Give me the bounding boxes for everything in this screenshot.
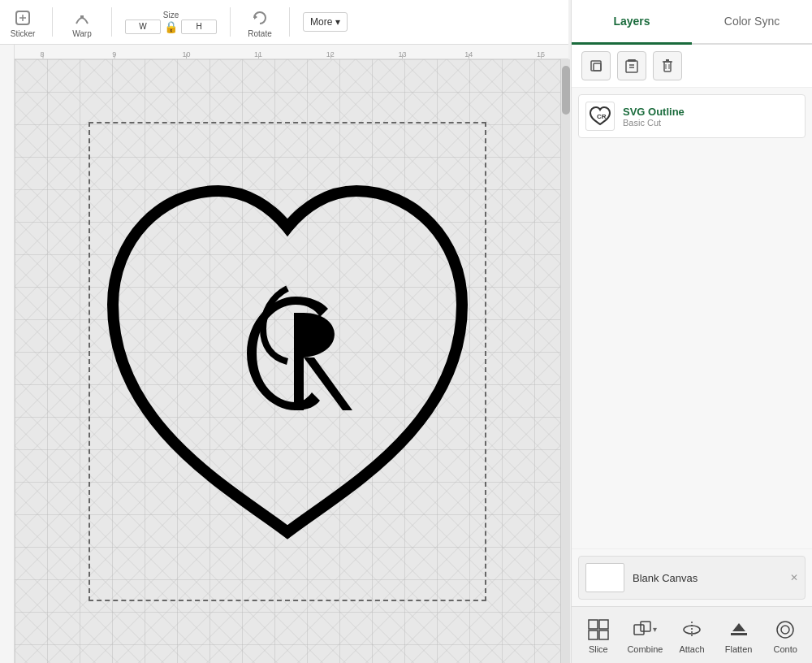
rotate-label: Rotate	[248, 29, 271, 38]
more-arrow: ▾	[335, 16, 340, 28]
copy-icon	[588, 58, 604, 74]
svg-rect-16	[589, 620, 598, 629]
combine-label: Combine	[627, 644, 663, 654]
ruler-mark-10: 10	[182, 50, 190, 58]
flatten-icon	[726, 617, 752, 643]
canvas-area[interactable]	[15, 59, 560, 663]
svg-rect-18	[589, 630, 598, 639]
ruler-mark-14: 14	[464, 50, 473, 58]
layer-item-svg-outline[interactable]: CR SVG Outline Basic Cut	[578, 94, 806, 138]
ruler-mark-15: 15	[537, 50, 545, 58]
height-input[interactable]	[181, 20, 217, 34]
svg-rect-24	[731, 633, 747, 635]
main-toolbar: Sticker Warp Size 🔒 Rotate More ▾	[0, 0, 568, 45]
layer-name: SVG Outline	[623, 106, 798, 118]
svg-point-26	[777, 622, 793, 638]
paste-icon	[624, 58, 640, 74]
svg-marker-25	[732, 623, 745, 631]
blank-canvas-label: Blank Canvas	[633, 572, 698, 584]
panel-toolbar	[572, 45, 812, 88]
ruler-mark-12: 12	[326, 50, 335, 58]
width-input[interactable]	[125, 20, 161, 34]
copy-layer-button[interactable]	[581, 51, 611, 80]
svg-rect-1	[80, 15, 84, 19]
more-label: More	[310, 16, 332, 28]
svg-text:CR: CR	[597, 113, 607, 120]
rotate-tool[interactable]: Rotate	[244, 6, 276, 38]
scroll-thumb[interactable]	[562, 66, 570, 115]
sticker-label: Sticker	[11, 29, 36, 38]
right-panel: Layers Color Sync	[571, 0, 812, 663]
paste-layer-button[interactable]	[617, 51, 646, 80]
delete-layer-button[interactable]	[653, 51, 682, 80]
svg-rect-4	[591, 61, 601, 71]
combine-icon: ▾	[632, 617, 658, 643]
contour-label: Conto	[773, 644, 797, 654]
sticker-tool[interactable]: Sticker	[6, 6, 39, 38]
svg-rect-17	[599, 620, 608, 629]
combine-arrow: ▾	[653, 625, 657, 634]
svg-point-27	[781, 626, 789, 634]
attach-label: Attach	[679, 644, 704, 654]
blank-canvas-item[interactable]: Blank Canvas ✕	[578, 556, 806, 600]
svg-rect-5	[594, 63, 601, 71]
layer-thumbnail: CR	[585, 102, 615, 131]
svg-marker-2	[254, 15, 257, 20]
attach-icon	[679, 617, 705, 643]
bottom-action-bar: Slice ▾ Combine Attach	[572, 606, 812, 663]
svg-rect-7	[626, 61, 637, 72]
more-button[interactable]: More ▾	[303, 12, 348, 32]
sticker-icon	[11, 6, 34, 29]
tab-color-sync[interactable]: Color Sync	[692, 0, 812, 45]
panel-tabs: Layers Color Sync	[572, 0, 812, 45]
ruler-mark-8: 8	[41, 50, 45, 58]
lock-icon[interactable]: 🔒	[164, 20, 178, 33]
delete-icon	[659, 58, 676, 74]
ruler-mark-11: 11	[254, 50, 262, 58]
warp-icon	[71, 6, 93, 29]
warp-label: Warp	[72, 29, 92, 38]
divider-4	[289, 7, 290, 37]
flatten-action[interactable]: Flatten	[719, 617, 759, 654]
design-svg[interactable]	[89, 134, 486, 589]
ruler-top: 8 9 10 11 12 13 14 15	[15, 45, 568, 59]
ruler-mark-13: 13	[398, 50, 406, 58]
divider-3	[230, 7, 231, 37]
ruler-left	[0, 45, 15, 663]
layer-type: Basic Cut	[623, 118, 798, 128]
tab-layers[interactable]: Layers	[572, 0, 692, 45]
slice-action[interactable]: Slice	[578, 617, 619, 654]
ruler-mark-9: 9	[112, 50, 116, 58]
svg-rect-10	[664, 62, 671, 72]
contour-icon	[772, 617, 798, 643]
slice-icon	[585, 617, 611, 643]
size-control: Size 🔒	[125, 11, 217, 34]
divider-2	[111, 7, 112, 37]
combine-action[interactable]: ▾ Combine	[624, 617, 665, 654]
svg-rect-3	[294, 313, 304, 410]
svg-rect-19	[599, 630, 608, 639]
divider-1	[52, 7, 53, 37]
layers-list: CR SVG Outline Basic Cut	[572, 88, 812, 548]
layer-info: SVG Outline Basic Cut	[623, 106, 798, 128]
warp-tool[interactable]: Warp	[66, 6, 98, 38]
blank-canvas-close[interactable]: ✕	[790, 572, 798, 583]
svg-rect-20	[634, 625, 644, 635]
slice-label: Slice	[589, 644, 608, 654]
flatten-label: Flatten	[725, 644, 753, 654]
rotate-icon	[248, 6, 271, 29]
size-label: Size	[163, 11, 179, 20]
attach-action[interactable]: Attach	[672, 617, 712, 654]
contour-action[interactable]: Conto	[765, 617, 806, 654]
blank-canvas-section: Blank Canvas ✕	[572, 548, 812, 606]
blank-canvas-thumbnail	[585, 563, 624, 592]
vertical-scrollbar[interactable]	[560, 59, 570, 663]
svg-rect-21	[641, 622, 650, 631]
